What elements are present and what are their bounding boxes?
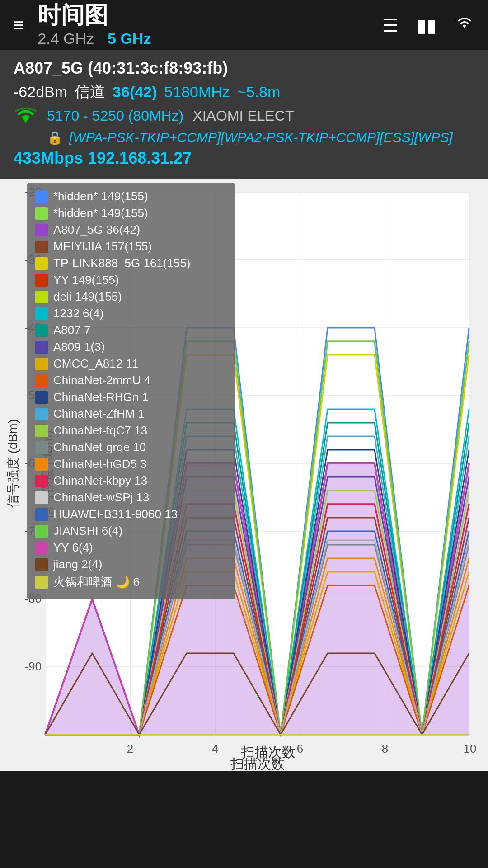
legend-item: YY 149(155) xyxy=(35,273,227,287)
legend-item: TP-LINK888_5G 161(155) xyxy=(35,256,227,270)
svg-text:-90: -90 xyxy=(24,660,42,673)
legend-item: ChinaNet-kbpy 13 xyxy=(35,474,227,488)
wifi-signal-icon xyxy=(14,106,38,126)
header-icons: ☰ ▮▮ xyxy=(382,13,474,37)
freq-5-label[interactable]: 5 GHz xyxy=(108,30,151,47)
app-title: 时间图 xyxy=(38,2,151,28)
network-row1: -62dBm 信道 36(42) 5180MHz ~5.8m xyxy=(14,81,474,102)
legend-item: *hidden* 149(155) xyxy=(35,206,227,220)
legend-item: ChinaNet-2mmU 4 xyxy=(35,373,227,387)
svg-text:2: 2 xyxy=(127,742,133,755)
legend-item: *hidden* 149(155) xyxy=(35,189,227,203)
vendor-name: XIAOMI ELECT xyxy=(192,108,294,124)
network-row3: 🔒 [WPA-PSK-TKIP+CCMP][WPA2-PSK-TKIP+CCMP… xyxy=(47,130,474,145)
legend-item: HUAWEI-B311-9060 13 xyxy=(35,507,227,521)
speed-ip: 433Mbps 192.168.31.27 xyxy=(14,149,474,168)
distance: ~5.8m xyxy=(237,83,280,101)
legend-item: MEIYIJIA 157(155) xyxy=(35,240,227,254)
legend-item: ChinaNet-grqe 10 xyxy=(35,440,227,454)
svg-marker-0 xyxy=(22,115,30,123)
pause-icon[interactable]: ▮▮ xyxy=(417,14,436,35)
legend-item: CMCC_A812 11 xyxy=(35,357,227,371)
chart-area: 信号强度 (dBm) -20 xyxy=(0,179,488,771)
header-title-block: 时间图 2.4 GHz 5 GHz xyxy=(38,2,151,47)
lock-icon: 🔒 xyxy=(47,130,63,145)
legend-item: deli 149(155) xyxy=(35,290,227,304)
channel-number: 36(42) xyxy=(113,83,157,101)
freq-range: 5170 - 5250 (80MHz) xyxy=(47,108,183,124)
legend-item: 1232 6(4) xyxy=(35,307,227,321)
channel-freq: 5180MHz xyxy=(164,83,230,101)
svg-text:6: 6 xyxy=(297,742,303,755)
header: ≡ 时间图 2.4 GHz 5 GHz ☰ ▮▮ xyxy=(0,0,488,50)
wifi-icon[interactable] xyxy=(455,13,474,37)
legend-panel: *hidden* 149(155)*hidden* 149(155)A807_5… xyxy=(27,183,235,599)
legend-item: A807_5G 36(42) xyxy=(35,223,227,237)
legend-item: 火锅和啤酒 🌙 6 xyxy=(35,574,227,590)
legend-item: ChinaNet-wSPj 13 xyxy=(35,491,227,505)
legend-item: ChinaNet-hGD5 3 xyxy=(35,457,227,471)
legend-item: ChinaNet-fqC7 13 xyxy=(35,424,227,438)
legend-item: A809 1(3) xyxy=(35,340,227,354)
x-axis-label: 扫描次数 xyxy=(241,743,296,762)
svg-text:10: 10 xyxy=(464,742,477,755)
legend-item: JIANSHI 6(4) xyxy=(35,524,227,538)
svg-text:8: 8 xyxy=(382,742,388,755)
security-text: [WPA-PSK-TKIP+CCMP][WPA2-PSK-TKIP+CCMP][… xyxy=(69,130,453,145)
frequency-selector: 2.4 GHz 5 GHz xyxy=(38,30,151,47)
channel-label: 信道 xyxy=(75,81,105,102)
svg-text:4: 4 xyxy=(212,742,218,755)
svg-text:信号强度 (dBm): 信号强度 (dBm) xyxy=(6,419,20,508)
freq-24-label[interactable]: 2.4 GHz xyxy=(38,30,94,47)
network-ssid: A807_5G (40:31:3c:f8:93:fb) xyxy=(14,59,474,78)
legend-item: A807 7 xyxy=(35,323,227,337)
legend-item: ChinaNet-ZfHM 1 xyxy=(35,407,227,421)
legend-item: ChinaNet-RHGn 1 xyxy=(35,390,227,404)
filter-icon[interactable]: ☰ xyxy=(382,14,399,35)
network-panel: A807_5G (40:31:3c:f8:93:fb) -62dBm 信道 36… xyxy=(0,50,488,179)
legend-item: jiang 2(4) xyxy=(35,557,227,571)
network-row2: 5170 - 5250 (80MHz) XIAOMI ELECT xyxy=(14,106,474,126)
legend-item: YY 6(4) xyxy=(35,541,227,555)
signal-strength: -62dBm xyxy=(14,83,67,101)
menu-icon[interactable]: ≡ xyxy=(14,16,24,34)
